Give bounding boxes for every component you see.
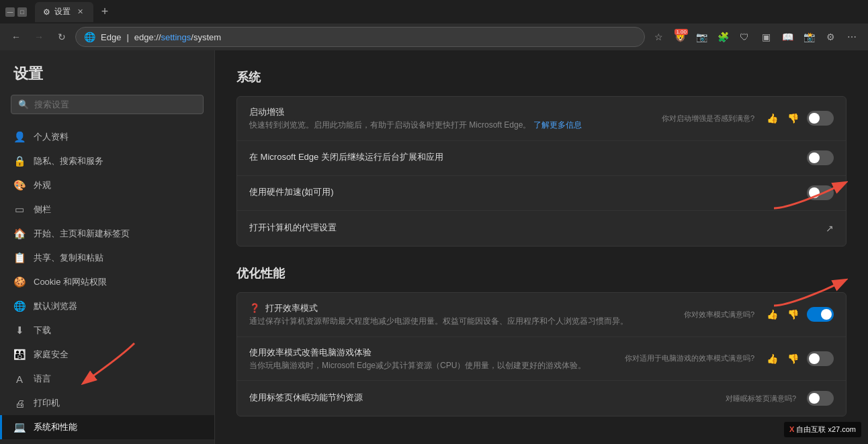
minimize-button[interactable]: — <box>5 7 15 17</box>
sidebar: 设置 🔍 👤 个人资料 🔒 隐私、搜索和服务 🎨 外观 ▭ 侧栏 🏠 开始、主页… <box>0 50 215 444</box>
gaming-mode-content: 使用效率模式改善电脑游戏体验 当你玩电脑游戏时，Microsoft Edge减少… <box>249 347 625 371</box>
gaming-mode-row: 使用效率模式改善电脑游戏体验 当你玩电脑游戏时，Microsoft Edge减少… <box>237 337 846 382</box>
gaming-mode-thumbdown-button[interactable]: 👎 <box>786 352 800 365</box>
sidebar-item-downloads[interactable]: ⬇ 下载 <box>0 318 214 343</box>
new-tab-button[interactable]: + <box>96 3 114 21</box>
main-layout: 设置 🔍 👤 个人资料 🔒 隐私、搜索和服务 🎨 外观 ▭ 侧栏 🏠 开始、主页… <box>0 50 868 444</box>
forward-button[interactable]: → <box>30 28 48 46</box>
camera-icon[interactable]: 📸 <box>799 28 818 46</box>
nav-icon-profile: 👤 <box>13 131 26 143</box>
active-tab[interactable]: ⚙ 设置 ✕ <box>35 2 93 22</box>
efficiency-mode-thumbup-button[interactable]: 👍 <box>765 308 779 321</box>
badge-count: 1.00 <box>675 29 688 35</box>
edge-logo-icon: 🌐 <box>84 32 95 42</box>
nav-label-downloads: 下载 <box>34 324 51 337</box>
tab-sleep-row: 使用标签页休眠功能节约资源 对睡眠标签页满意吗? <box>237 381 846 416</box>
startup-boost-thumbdown-button[interactable]: 👎 <box>786 112 800 125</box>
startup-boost-thumbup-button[interactable]: 👍 <box>765 112 779 125</box>
address-separator: | <box>126 32 128 42</box>
nav-label-sidebar: 侧栏 <box>34 204 51 216</box>
sidebar-item-family[interactable]: 👨‍👩‍👧 家庭安全 <box>0 343 214 367</box>
sidebar-item-language[interactable]: A 语言 <box>0 367 214 391</box>
hardware-accel-row: 使用硬件加速(如可用) <box>237 176 846 211</box>
startup-boost-row: 启动增强 快速转到浏览览。启用此功能后，有助于启动设备时更快打开 Microso… <box>237 97 846 141</box>
gaming-mode-toggle[interactable] <box>807 351 834 366</box>
nav-label-privacy: 隐私、搜索和服务 <box>34 155 103 167</box>
watermark: X 自由互联 x27.com <box>784 422 861 437</box>
efficiency-mode-desc: 通过保存计算机资源帮助最大程度地减少电源使用量。权益可能因设备、应用程序和个人浏… <box>249 316 684 327</box>
efficiency-mode-toggle[interactable] <box>807 307 834 322</box>
background-run-slider <box>807 150 834 165</box>
split-icon[interactable]: ▣ <box>756 28 775 46</box>
refresh-button[interactable]: ↻ <box>52 28 71 46</box>
tab-close-button[interactable]: ✕ <box>75 7 85 17</box>
gaming-mode-satisfaction-label: 你对适用于电脑游戏的效率模式满意吗? <box>625 353 754 363</box>
nav-icon-newtab: 🏠 <box>13 228 26 240</box>
gaming-mode-desc: 当你玩电脑游戏时，Microsoft Edge减少其计算资源（CPU）使用量，以… <box>249 360 625 371</box>
read-icon[interactable]: 📖 <box>778 28 797 46</box>
collections-icon[interactable]: 🦁 1.00 <box>670 28 689 46</box>
window-controls: — □ <box>5 7 27 17</box>
efficiency-mode-thumbdown-button[interactable]: 👎 <box>786 308 800 321</box>
search-input[interactable] <box>34 99 196 109</box>
startup-boost-learn-more-link[interactable]: 了解更多信息 <box>533 120 582 130</box>
proxy-title: 打开计算机的代理设置 <box>249 222 826 234</box>
sidebar-item-cookies[interactable]: 🍪 Cookie 和网站权限 <box>0 270 214 294</box>
sidebar-item-profile[interactable]: 👤 个人资料 <box>0 125 214 149</box>
extensions-icon[interactable]: 🧩 <box>713 28 732 46</box>
back-button[interactable]: ← <box>7 28 26 46</box>
nav-label-profile: 个人资料 <box>34 131 69 143</box>
proxy-external-link-icon[interactable]: ↗ <box>826 223 834 234</box>
maximize-button[interactable]: □ <box>17 7 27 17</box>
efficiency-mode-content: ❓ 打开效率模式 通过保存计算机资源帮助最大程度地减少电源使用量。权益可能因设备… <box>249 302 684 327</box>
settings-icon[interactable]: ⋯ <box>842 28 861 46</box>
gaming-mode-title: 使用效率模式改善电脑游戏体验 <box>249 347 625 359</box>
efficiency-mode-row: ❓ 打开效率模式 通过保存计算机资源帮助最大程度地减少电源使用量。权益可能因设备… <box>237 293 846 337</box>
favorites-icon[interactable]: ☆ <box>649 28 668 46</box>
tab-sleep-toggle[interactable] <box>807 391 834 406</box>
sidebar-item-sidebar[interactable]: ▭ 侧栏 <box>0 197 214 222</box>
background-run-controls <box>807 150 834 165</box>
security-icon[interactable]: 🛡 <box>735 28 754 46</box>
tab-bar: — □ ⚙ 设置 ✕ + <box>0 0 868 24</box>
gaming-mode-thumbup-button[interactable]: 👍 <box>765 352 779 365</box>
sidebar-item-browser[interactable]: 🌐 默认浏览器 <box>0 294 214 318</box>
startup-boost-title: 启动增强 <box>249 106 662 118</box>
sidebar-item-privacy[interactable]: 🔒 隐私、搜索和服务 <box>0 149 214 173</box>
address-bar[interactable]: 🌐 Edge | edge://settings/system <box>75 27 645 47</box>
efficiency-mode-question-icon: ❓ <box>249 303 260 313</box>
nav-label-printer: 打印机 <box>34 397 60 409</box>
performance-section-title: 优化性能 <box>236 265 847 281</box>
background-run-toggle[interactable] <box>807 150 834 165</box>
sidebar-item-appearance[interactable]: 🎨 外观 <box>0 173 214 197</box>
sidebar-title: 设置 <box>0 64 214 95</box>
nav-icon-cookies: 🍪 <box>13 276 26 288</box>
tab-favicon: ⚙ <box>43 7 50 17</box>
sidebar-item-printer[interactable]: 🖨 打印机 <box>0 391 214 415</box>
efficiency-mode-controls: 你对效率模式满意吗? 👍 👎 <box>684 307 834 322</box>
sidebar-item-share[interactable]: 📋 共享、复制和粘贴 <box>0 246 214 270</box>
nav-icon-family: 👨‍👩‍👧 <box>13 349 26 361</box>
nav-label-newtab: 开始、主页和新建标签页 <box>34 228 130 240</box>
sidebar-item-system[interactable]: 💻 系统和性能 <box>0 415 214 439</box>
startup-boost-satisfaction-label: 你对启动增强是否感到满意? <box>662 114 754 124</box>
search-box[interactable]: 🔍 <box>11 95 204 114</box>
tab-sleep-controls: 对睡眠标签页满意吗? <box>726 391 834 406</box>
hardware-accel-toggle[interactable] <box>807 185 834 200</box>
nav-icon-system: 💻 <box>13 421 26 433</box>
tab-sleep-satisfaction-label: 对睡眠标签页满意吗? <box>726 394 796 404</box>
tab-sleep-content: 使用标签页休眠功能节约资源 <box>249 392 726 405</box>
sidebar-item-reset[interactable]: ↺ 重置设置 <box>0 439 214 444</box>
screenshot-icon[interactable]: 📷 <box>692 28 711 46</box>
proxy-row: 打开计算机的代理设置 ↗ <box>237 211 846 246</box>
gaming-mode-slider <box>807 351 834 366</box>
startup-boost-desc: 快速转到浏览览。启用此功能后，有助于启动设备时更快打开 Microsoft Ed… <box>249 120 662 131</box>
gaming-mode-controls: 你对适用于电脑游戏的效率模式满意吗? 👍 👎 <box>625 351 834 366</box>
hardware-accel-controls <box>807 185 834 200</box>
nav-label-system: 系统和性能 <box>34 421 77 433</box>
hardware-accel-title: 使用硬件加速(如可用) <box>249 186 807 198</box>
nav-label-family: 家庭安全 <box>34 349 69 361</box>
startup-boost-toggle[interactable] <box>807 111 834 126</box>
sidebar-item-newtab[interactable]: 🏠 开始、主页和新建标签页 <box>0 222 214 246</box>
more-icon[interactable]: ⚙ <box>821 28 840 46</box>
